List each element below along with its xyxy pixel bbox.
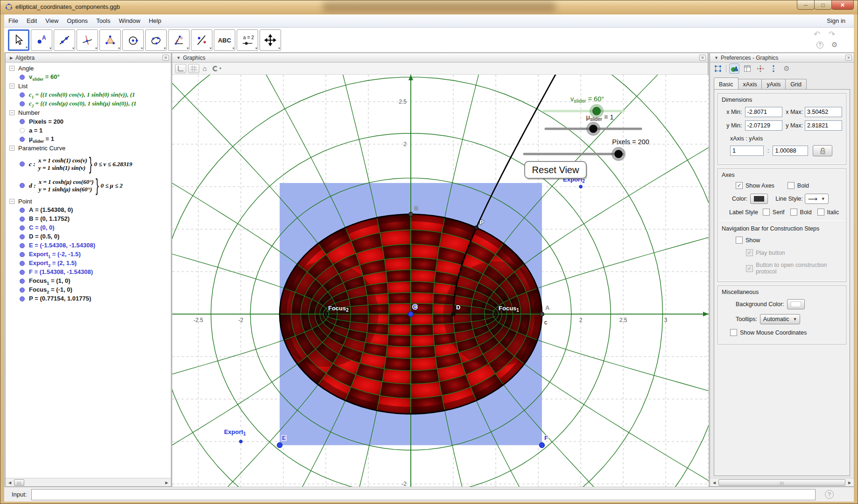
- tool-slider[interactable]: a = 2 ▾: [237, 29, 258, 51]
- visibility-dot[interactable]: [20, 101, 25, 106]
- redo-icon[interactable]: ↷: [829, 29, 835, 39]
- serif-checkbox[interactable]: ✓: [763, 209, 770, 216]
- minimize-button[interactable]: ─: [797, 0, 815, 10]
- category-angle[interactable]: −Angle: [6, 64, 171, 73]
- prefs-global-icon[interactable]: ⚙: [781, 63, 792, 74]
- preferences-close-icon[interactable]: ✕: [845, 55, 852, 61]
- menu-help[interactable]: Help: [145, 15, 166, 27]
- category-number[interactable]: −Number: [6, 108, 171, 117]
- home-icon[interactable]: ⌂: [201, 64, 208, 72]
- italic-checkbox[interactable]: ✓: [817, 209, 824, 216]
- visibility-dot[interactable]: [20, 183, 25, 188]
- algebra-item-point[interactable]: Focus1 = (1, 0): [6, 277, 171, 286]
- close-button[interactable]: ✕: [831, 0, 854, 10]
- tool-perpendicular-line[interactable]: ▾: [77, 29, 98, 51]
- protocol-button-checkbox[interactable]: ✓: [746, 265, 753, 272]
- algebra-item-point[interactable]: Export2 = (2, 1.5): [6, 259, 171, 268]
- axes-color-button[interactable]: [750, 194, 768, 204]
- slider-knob[interactable]: [589, 125, 598, 133]
- point-Export2[interactable]: [579, 185, 582, 188]
- xmax-field[interactable]: [805, 107, 842, 117]
- background-color-button[interactable]: [787, 299, 805, 309]
- algebra-item-a[interactable]: a = 1: [6, 126, 171, 135]
- preferences-horizontal-scrollbar[interactable]: ◀ ||| ▶: [710, 478, 854, 486]
- algebra-item-point[interactable]: E = (-1.54308, -1.54308): [6, 241, 171, 250]
- algebra-horizontal-scrollbar[interactable]: ◀ ||| ▶: [6, 478, 171, 486]
- lock-ratio-button[interactable]: [813, 145, 832, 156]
- axes-bold-checkbox[interactable]: ✓: [788, 182, 795, 189]
- algebra-item-point[interactable]: Focus2 = (-1, 0): [6, 286, 171, 294]
- ymin-field[interactable]: [745, 120, 782, 131]
- menu-file[interactable]: File: [4, 15, 22, 27]
- point-Export1[interactable]: [239, 440, 242, 443]
- visibility-dot[interactable]: [20, 252, 25, 257]
- menu-tools[interactable]: Tools: [92, 15, 114, 27]
- tool-reflect[interactable]: ▾: [191, 29, 212, 51]
- algebra-item-point[interactable]: B = (0, 1.1752): [6, 215, 171, 224]
- undo-icon[interactable]: ↶: [814, 29, 820, 39]
- help-icon[interactable]: ?: [816, 42, 823, 49]
- point-C[interactable]: [408, 312, 414, 317]
- ratio-x-field[interactable]: [730, 146, 764, 156]
- menu-edit[interactable]: Edit: [22, 15, 41, 27]
- slider-knob[interactable]: [614, 150, 623, 158]
- algebra-item-point[interactable]: P = (0.77154, 1.01775): [6, 294, 171, 303]
- tool-text[interactable]: ABC ▾: [214, 29, 235, 51]
- point-B[interactable]: [409, 212, 413, 217]
- visibility-dot[interactable]: [20, 208, 25, 213]
- maximize-button[interactable]: □: [814, 0, 832, 10]
- menu-options[interactable]: Options: [63, 15, 92, 27]
- navbar-show-checkbox[interactable]: ✓: [736, 237, 743, 244]
- slider-knob[interactable]: [592, 107, 601, 115]
- visibility-dot[interactable]: [20, 217, 25, 222]
- ratio-y-field[interactable]: [773, 146, 808, 156]
- mouse-coordinates-checkbox[interactable]: ✓: [730, 329, 737, 336]
- algebra-item-c2[interactable]: c2 = {(1 cosh(μ) cos(0), 1 sinh(μ) sin(0…: [6, 99, 171, 108]
- point-Focus2[interactable]: [324, 313, 327, 316]
- tool-line[interactable]: ▾: [54, 29, 75, 51]
- visibility-dot[interactable]: [20, 234, 25, 239]
- algebra-item-point[interactable]: Export1 = (-2, -1.5): [6, 250, 171, 259]
- visibility-dot[interactable]: [20, 261, 25, 266]
- menu-view[interactable]: View: [41, 15, 63, 27]
- algebra-item-point[interactable]: F = (1.54308, -1.54308): [6, 268, 171, 277]
- visibility-dot[interactable]: [20, 92, 25, 98]
- category-parametric-curve[interactable]: −Parametric Curve: [6, 144, 171, 153]
- point-Focus1[interactable]: [494, 313, 498, 316]
- algebra-collapse-icon[interactable]: ▶: [10, 56, 13, 60]
- prefs-objects-icon[interactable]: [713, 63, 723, 74]
- algebra-header[interactable]: ▶ Algebra ✕: [6, 53, 171, 63]
- command-input[interactable]: [31, 489, 816, 500]
- algebra-item-point[interactable]: A = (1.54308, 0): [6, 206, 171, 215]
- algebra-item-curve-c[interactable]: c : x = 1 cosh(1) cos(ν)y = 1 sinh(1) si…: [6, 154, 171, 174]
- visibility-dot[interactable]: [20, 128, 25, 133]
- prefs-graphics-icon[interactable]: [729, 63, 739, 74]
- visibility-dot[interactable]: [20, 75, 25, 80]
- settings-gear-icon[interactable]: ⚙: [831, 41, 837, 49]
- visibility-dot[interactable]: [20, 161, 25, 167]
- algebra-close-icon[interactable]: ✕: [162, 55, 169, 61]
- algebra-item-vslider[interactable]: vslider = 60°: [6, 73, 171, 82]
- algebra-item-muslider[interactable]: μslider = 1: [6, 135, 171, 144]
- scroll-right-icon[interactable]: ▶: [163, 479, 170, 486]
- point-P[interactable]: [474, 226, 478, 230]
- tool-move-graphics-view[interactable]: ▾: [260, 29, 281, 51]
- tooltips-dropdown[interactable]: Automatic ▼: [760, 314, 801, 324]
- visibility-dot[interactable]: [20, 296, 25, 301]
- tool-move[interactable]: ▾: [8, 29, 29, 51]
- point-capturing-dropdown[interactable]: ▾: [210, 66, 223, 71]
- input-help-icon[interactable]: ?: [825, 490, 834, 499]
- category-point[interactable]: −Point: [6, 197, 171, 206]
- sign-in-link[interactable]: Sign in: [827, 17, 854, 24]
- visibility-dot[interactable]: [20, 287, 25, 293]
- preferences-collapse-icon[interactable]: ▼: [714, 56, 718, 60]
- scrollbar-thumb[interactable]: |||: [14, 479, 24, 486]
- toggle-grid-button[interactable]: [188, 64, 199, 73]
- tool-circle[interactable]: ▾: [122, 29, 144, 51]
- algebra-item-c1[interactable]: c1 = {(1 cosh(0) cos(ν), 1 sinh(0) sin(ν…: [6, 91, 171, 99]
- show-axes-checkbox[interactable]: ✓: [736, 182, 743, 189]
- point-E[interactable]: [277, 442, 282, 448]
- visibility-dot[interactable]: [20, 243, 25, 248]
- scrollbar-thumb[interactable]: |||: [718, 479, 845, 486]
- tool-point[interactable]: A ▾: [31, 29, 52, 51]
